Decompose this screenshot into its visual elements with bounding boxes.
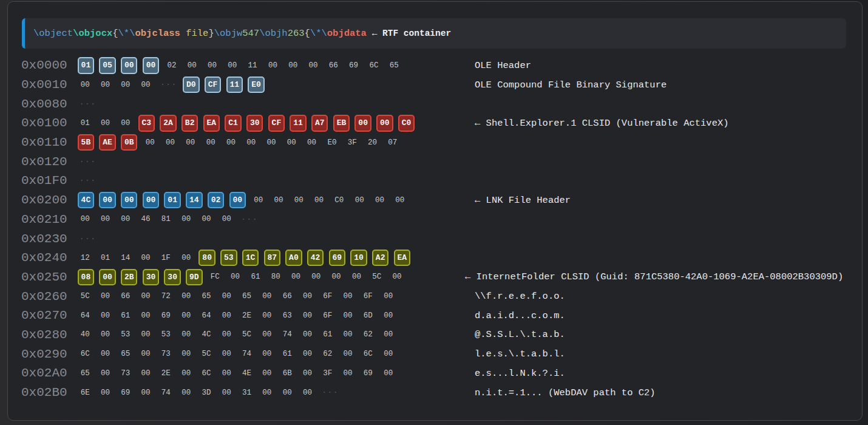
hex-byte: 00	[341, 369, 356, 378]
hex-byte: 00	[329, 273, 344, 281]
hex-byte: 46	[138, 215, 154, 223]
hex-byte: 02	[164, 61, 179, 70]
rtf-token: objdata	[327, 28, 367, 39]
row-bytes: 64006100690064002E0063006F006D00	[78, 306, 396, 325]
hex-byte: 00	[304, 138, 319, 147]
row-bytes: 00000000···D0CF11E0	[78, 75, 265, 95]
ellipsis: ···	[78, 234, 97, 243]
ellipsis: ···	[239, 215, 259, 224]
hex-byte: 6C	[198, 369, 214, 378]
hex-byte: 00	[300, 330, 315, 339]
hex-byte: 00	[341, 292, 356, 301]
hex-byte-highlighted: 10	[350, 250, 367, 266]
hex-byte: 5C	[239, 330, 254, 339]
row-offset: 0x0080	[21, 94, 67, 114]
hex-byte: 00	[98, 369, 113, 378]
hex-byte-highlighted: 14	[186, 192, 202, 208]
row-annotation: n.i.t.=.1... (WebDAV path to C2)	[475, 383, 656, 403]
hex-byte: 00	[308, 273, 324, 281]
hex-byte-highlighted: C3	[138, 115, 155, 131]
hex-byte: 5C	[78, 292, 93, 301]
hex-byte-highlighted: CF	[205, 76, 221, 93]
hex-byte: 00	[118, 81, 133, 89]
ellipsis: ···	[78, 100, 97, 109]
hex-byte: 12	[78, 254, 93, 262]
hex-byte-highlighted: 53	[220, 250, 237, 266]
hex-byte: 00	[98, 292, 113, 301]
row-bytes: 650073002E006C004E006B003F006900	[78, 364, 396, 383]
hex-byte: 40	[78, 330, 93, 339]
hex-byte-highlighted: 00	[143, 57, 159, 73]
hex-byte: 00	[280, 389, 295, 397]
rtf-token: }	[208, 28, 214, 39]
hex-byte: 3D	[198, 389, 214, 397]
ellipsis: ···	[320, 388, 339, 397]
row-offset: 0x02A0	[21, 364, 67, 383]
hex-byte: 3F	[320, 369, 335, 378]
hex-row: 0x001000000000···D0CF11E0OLE Compound Fi…	[0, 75, 868, 95]
hex-byte: 61	[320, 330, 335, 339]
hex-byte: 00	[98, 389, 113, 397]
hex-byte: 00	[259, 292, 274, 301]
hex-byte: 4E	[239, 369, 254, 378]
hex-byte: 4C	[198, 330, 214, 339]
hex-byte-highlighted: 87	[264, 250, 280, 266]
hex-byte: 01	[98, 254, 113, 262]
hex-byte: 00	[178, 350, 194, 358]
row-annotation: \\f.r.e.e.f.o.o.	[475, 287, 565, 306]
hex-byte-highlighted: 4C	[78, 192, 94, 208]
hex-byte: 72	[158, 292, 174, 301]
hex-byte: E0	[324, 138, 339, 147]
hex-byte-highlighted: 01	[78, 57, 94, 73]
rtf-token: \	[129, 28, 135, 39]
hex-byte: 00	[219, 389, 234, 397]
hex-row: 0x01F0···	[0, 171, 868, 191]
hex-byte: 66	[280, 292, 295, 301]
hex-byte: 00	[138, 81, 154, 89]
hex-byte: 73	[158, 350, 174, 358]
hex-byte: 00	[389, 273, 404, 281]
hex-byte: 6C	[78, 350, 93, 358]
hex-byte: 00	[259, 369, 274, 378]
row-offset: 0x0110	[21, 133, 67, 152]
hex-byte: 69	[346, 61, 361, 70]
hex-byte: 00	[219, 292, 234, 301]
hex-byte: 65	[198, 292, 214, 301]
row-offset: 0x02B0	[21, 383, 67, 403]
hex-row: 0x0120···	[0, 152, 868, 171]
hex-byte: 00	[78, 215, 93, 223]
hex-byte: 00	[98, 350, 113, 358]
hex-byte: 6C	[366, 61, 381, 70]
hex-byte: 00	[381, 369, 396, 378]
rtf-header-code: \object\objocx{\*\objclass file}\objw547…	[22, 18, 846, 49]
row-bytes: ···	[78, 152, 97, 171]
hex-byte: 69	[118, 389, 133, 397]
hex-byte: 00	[219, 311, 234, 320]
hex-byte: 00	[203, 138, 219, 147]
hex-byte: 00	[381, 311, 396, 320]
hex-byte: 53	[118, 330, 133, 339]
hex-byte-highlighted: 01	[164, 192, 180, 208]
hex-byte: 65	[239, 292, 254, 301]
row-annotation: e.s...l.N.k.?.i.	[475, 364, 565, 383]
hex-byte-highlighted: 80	[198, 250, 215, 266]
row-bytes: 5BAE0B000000000000000000E03F2007	[78, 133, 401, 152]
hex-byte: 00	[352, 196, 367, 205]
hex-byte-highlighted: B2	[181, 115, 198, 131]
hex-byte: 61	[280, 350, 295, 358]
hex-byte: 14	[118, 254, 133, 262]
row-bytes: 0000004681000000···	[78, 210, 259, 229]
hex-byte: 00	[300, 311, 315, 320]
row-offset: 0x0240	[21, 248, 67, 268]
hex-byte: 6F	[320, 311, 335, 320]
hex-byte: 00	[288, 273, 303, 281]
hex-byte: 00	[138, 311, 154, 320]
hex-byte: 00	[143, 138, 158, 147]
hex-byte: 61	[118, 311, 133, 320]
hex-byte-highlighted: 0B	[121, 134, 137, 151]
row-bytes: 6E00690074003D0031000000···	[78, 383, 340, 403]
rtf-token: \objw	[214, 28, 243, 39]
hex-byte-highlighted: 42	[307, 250, 324, 266]
rtf-token: \objocx	[73, 28, 112, 39]
hex-byte: 00	[349, 273, 364, 281]
